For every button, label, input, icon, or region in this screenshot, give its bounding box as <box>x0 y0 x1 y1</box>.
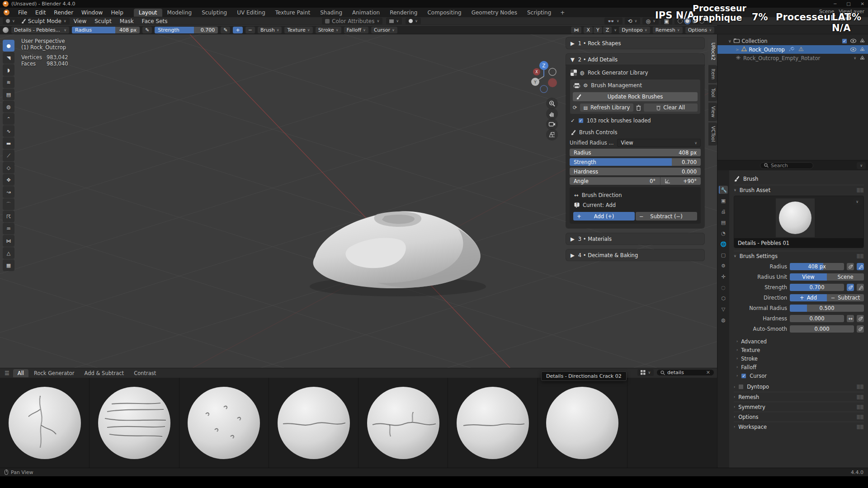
properties-tab-render[interactable]: ▣ <box>719 197 728 205</box>
panel-grip-icon[interactable]: ▒▒ <box>857 415 864 419</box>
auto-smooth-slider[interactable]: 0.000 <box>790 325 854 333</box>
direction-subtract-toggle[interactable]: − <box>245 27 255 33</box>
material-shading-icon[interactable] <box>692 19 697 23</box>
dropdown-brush[interactable]: Brush∨ <box>258 27 282 33</box>
outliner-row-rock_outcrop[interactable]: >Rock_Outcrop <box>717 45 868 54</box>
menu-window[interactable]: Window <box>77 9 107 17</box>
tool-layer[interactable]: ▤ <box>3 89 14 100</box>
workspace-tab-scripting[interactable]: Scripting <box>522 9 556 17</box>
panel-remesh[interactable]: ›Remesh▒▒ <box>734 392 864 402</box>
eye-icon[interactable] <box>850 47 856 53</box>
np-slider-hardness[interactable]: Hardness0.000 <box>570 168 701 175</box>
normal-radius-slider[interactable]: 0.500 <box>790 305 864 312</box>
brush-thumbnail-3[interactable] <box>179 378 269 468</box>
radius-slider[interactable]: Radius408 px <box>72 27 140 33</box>
panel-materials[interactable]: ▶ 3 • Materials <box>566 233 704 244</box>
panel-decimate-baking[interactable]: ▶ 4 • Decimate & Baking <box>566 249 704 261</box>
dyntopo-checkbox[interactable] <box>738 384 744 389</box>
tool-inflate[interactable]: ◍ <box>3 101 14 113</box>
shelf-search-input[interactable]: details ✕ <box>656 369 714 376</box>
properties-tab-material[interactable]: ◍ <box>719 316 728 324</box>
tool-crease[interactable]: ⌃ <box>3 113 14 125</box>
chevron-down-icon[interactable]: ∨ <box>854 56 856 60</box>
radius-pressure-toggle[interactable]: ✎ <box>142 27 152 33</box>
active-tool-selector[interactable]: ∨ <box>3 18 18 24</box>
display-mode-button[interactable]: ∨ <box>637 369 654 376</box>
trash-icon[interactable] <box>636 105 641 111</box>
viewport-3d[interactable]: User Perspective (1) Rock_Outcrop Vertic… <box>0 34 717 468</box>
tool-pose[interactable]: ♒ <box>3 223 14 235</box>
properties-search-input[interactable]: Search <box>760 162 813 169</box>
panel-add-details[interactable]: ▼ 2 • Add Details <box>566 54 704 65</box>
chevron-down-icon[interactable]: ∨ <box>707 19 709 23</box>
option-scene[interactable]: Scene <box>827 273 864 281</box>
toggle-perspective-button[interactable] <box>546 129 558 141</box>
workspace-tab-layout[interactable]: Layout <box>134 9 162 17</box>
dropdown-remesh[interactable]: Remesh∨ <box>653 27 683 33</box>
tool-draw-sharp[interactable]: ◥ <box>3 52 14 64</box>
tool-elastic-deform[interactable]: ↝ <box>3 186 14 198</box>
sidebar-tab-urock2[interactable]: URock2 <box>708 39 717 64</box>
panel-grip-icon[interactable]: ▒▒ <box>857 254 864 258</box>
brush-controls-header[interactable]: Brush Controls <box>570 127 701 137</box>
tool-snake-hook[interactable]: ⌒ <box>3 198 14 210</box>
camera-icon[interactable] <box>859 47 865 53</box>
panel-grip-icon[interactable]: ▒▒ <box>857 405 864 409</box>
subpanel-texture[interactable]: ›Texture <box>734 346 864 354</box>
rock-mesh-object[interactable] <box>296 188 495 301</box>
asset-dropdown[interactable]: ∨ <box>853 198 862 205</box>
subpanel-falloff[interactable]: ›Falloff <box>734 363 864 371</box>
tool-draw-brush[interactable]: ● <box>3 40 14 52</box>
tool-thumb[interactable]: ☈ <box>3 211 14 222</box>
tool-cloth[interactable]: ⋈ <box>3 235 14 247</box>
outliner-row-collection[interactable]: ∨Collection✓ <box>717 37 868 45</box>
panel-grip-icon[interactable]: ▒▒ <box>857 385 864 389</box>
pressure-toggle[interactable] <box>847 284 854 291</box>
hardness-slider[interactable]: 0.000 <box>790 315 844 322</box>
eye-icon[interactable] <box>850 38 856 44</box>
shelf-tab-rock-generator[interactable]: Rock Generator <box>29 369 79 377</box>
color-attributes-selector[interactable]: Color Attributes ∨ <box>322 18 382 24</box>
brush-thumbnail-2[interactable] <box>90 378 179 468</box>
tool-clay-strips[interactable]: ≋ <box>3 76 14 88</box>
wireframe-shading-icon[interactable] <box>678 19 683 23</box>
loaded-checkbox[interactable]: ✓ <box>578 118 584 123</box>
tool-pinch[interactable]: ◇ <box>3 162 14 174</box>
menu-help[interactable]: Help <box>107 9 127 17</box>
brush-thumbnail-5[interactable] <box>359 378 448 468</box>
np-slider-radius[interactable]: Radius408 px <box>570 149 701 156</box>
scene-selector[interactable]: Scene <box>819 9 835 14</box>
angle-slider[interactable]: Angle 0° +90° <box>570 177 701 185</box>
update-rock-brushes-button[interactable]: Update Rock Brushes <box>573 92 698 101</box>
dropdown-texture[interactable]: Texture∨ <box>284 27 312 33</box>
panel-symmetry[interactable]: ›Symmetry▒▒ <box>734 402 864 412</box>
menu-file[interactable]: File <box>14 9 31 17</box>
viewport-menu-view[interactable]: View <box>70 18 90 24</box>
viewlayer-selector[interactable]: ViewLayer <box>839 9 864 14</box>
shelf-tab-all[interactable]: All <box>13 369 28 377</box>
viewport-menu-face-sets[interactable]: Face Sets <box>138 18 172 24</box>
workspace-tab-texture-paint[interactable]: Texture Paint <box>270 9 315 17</box>
properties-tab-object[interactable]: ▢ <box>719 251 728 259</box>
option-view[interactable]: View <box>790 273 827 281</box>
unified-radius-dropdown[interactable]: View∨ <box>617 139 701 147</box>
subtract-direction-button[interactable]: −Subtract (−) <box>636 212 697 221</box>
xray-toggle[interactable]: ▣ <box>661 18 672 24</box>
falloff-shape-selector[interactable]: ∨ <box>406 18 421 24</box>
properties-tab-world[interactable]: 🌐 <box>719 240 728 248</box>
workspace-tab-geometry-nodes[interactable]: Geometry Nodes <box>467 9 522 17</box>
cursor-checkbox[interactable]: ✓ <box>741 373 746 379</box>
properties-tab-object-data[interactable]: ▽ <box>719 305 728 313</box>
viewport-menu-sculpt[interactable]: Sculpt <box>90 18 115 24</box>
dropdown-stroke[interactable]: Stroke∨ <box>316 27 341 33</box>
dropdown-dyntopo[interactable]: Dyntopo∨ <box>619 27 650 33</box>
symmetry-x-toggle[interactable]: X <box>584 27 593 33</box>
add-workspace-button[interactable]: + <box>556 9 569 17</box>
brush-thumbnail-7[interactable] <box>538 378 627 468</box>
pressure-toggle[interactable] <box>857 315 864 322</box>
workspace-tab-uv-editing[interactable]: UV Editing <box>232 9 270 17</box>
add-direction-button[interactable]: +Add (+) <box>573 212 635 221</box>
properties-tab-view-layer[interactable]: ▤ <box>719 218 728 226</box>
brush-selector[interactable]: Details - Pebbles...∨ <box>11 27 69 33</box>
pressure-toggle[interactable] <box>857 325 864 333</box>
